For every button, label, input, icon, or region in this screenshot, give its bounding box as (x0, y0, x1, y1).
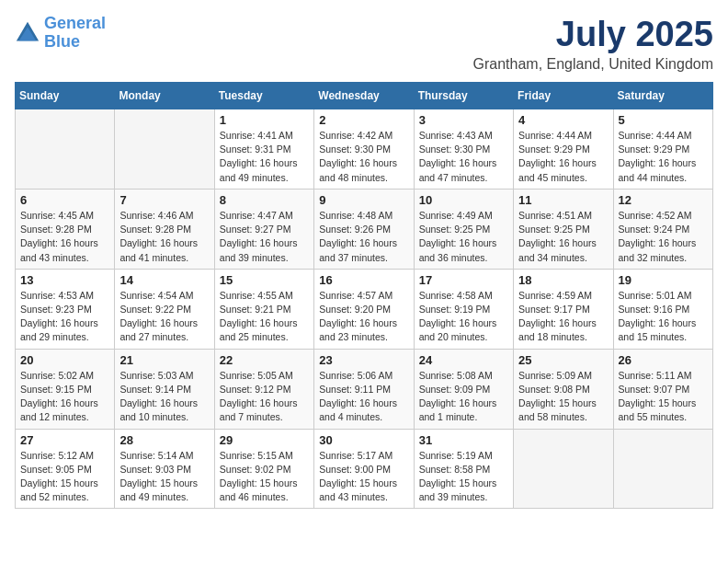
day-number: 12 (619, 193, 708, 207)
calendar-cell: 6Sunrise: 4:45 AMSunset: 9:28 PMDaylight… (16, 189, 115, 269)
calendar-cell: 16Sunrise: 4:57 AMSunset: 9:20 PMDayligh… (314, 269, 414, 349)
day-detail: Sunrise: 5:15 AMSunset: 9:02 PMDaylight:… (220, 449, 309, 505)
logo-blue: Blue (44, 32, 80, 51)
day-number: 18 (518, 273, 608, 287)
calendar-cell (115, 109, 214, 190)
day-detail: Sunrise: 5:11 AMSunset: 9:07 PMDaylight:… (619, 369, 708, 425)
day-number: 28 (119, 433, 209, 447)
calendar-cell: 14Sunrise: 4:54 AMSunset: 9:22 PMDayligh… (115, 269, 214, 349)
day-number: 8 (220, 193, 309, 207)
calendar-cell: 20Sunrise: 5:02 AMSunset: 9:15 PMDayligh… (16, 349, 115, 429)
day-number: 19 (619, 273, 708, 287)
day-number: 3 (419, 113, 508, 127)
day-detail: Sunrise: 4:43 AMSunset: 9:30 PMDaylight:… (419, 129, 508, 185)
day-number: 30 (319, 433, 408, 447)
calendar-week-row: 1Sunrise: 4:41 AMSunset: 9:31 PMDaylight… (16, 109, 713, 190)
day-detail: Sunrise: 4:53 AMSunset: 9:23 PMDaylight:… (20, 289, 109, 345)
day-detail: Sunrise: 4:42 AMSunset: 9:30 PMDaylight:… (319, 129, 408, 185)
day-detail: Sunrise: 4:58 AMSunset: 9:19 PMDaylight:… (419, 289, 508, 345)
calendar-cell: 5Sunrise: 4:44 AMSunset: 9:29 PMDaylight… (613, 109, 712, 190)
calendar-cell: 9Sunrise: 4:48 AMSunset: 9:26 PMDaylight… (314, 189, 414, 269)
calendar-cell (16, 109, 115, 190)
day-number: 1 (220, 113, 309, 127)
calendar-cell (613, 429, 712, 509)
day-number: 2 (319, 113, 408, 127)
day-detail: Sunrise: 5:05 AMSunset: 9:12 PMDaylight:… (220, 369, 309, 425)
day-detail: Sunrise: 4:54 AMSunset: 9:22 PMDaylight:… (119, 289, 209, 345)
day-detail: Sunrise: 5:12 AMSunset: 9:05 PMDaylight:… (20, 449, 109, 505)
calendar-cell: 8Sunrise: 4:47 AMSunset: 9:27 PMDaylight… (214, 189, 313, 269)
calendar-cell: 30Sunrise: 5:17 AMSunset: 9:00 PMDayligh… (314, 429, 414, 509)
day-number: 24 (419, 353, 508, 367)
calendar-cell: 15Sunrise: 4:55 AMSunset: 9:21 PMDayligh… (214, 269, 313, 349)
calendar-week-row: 13Sunrise: 4:53 AMSunset: 9:23 PMDayligh… (16, 269, 713, 349)
calendar-cell: 24Sunrise: 5:08 AMSunset: 9:09 PMDayligh… (414, 349, 513, 429)
day-number: 23 (319, 353, 408, 367)
calendar-week-row: 27Sunrise: 5:12 AMSunset: 9:05 PMDayligh… (16, 429, 713, 509)
day-number: 13 (20, 273, 109, 287)
weekday-header: Friday (514, 83, 613, 109)
day-detail: Sunrise: 4:41 AMSunset: 9:31 PMDaylight:… (220, 129, 309, 185)
day-detail: Sunrise: 5:01 AMSunset: 9:16 PMDaylight:… (619, 289, 708, 345)
day-detail: Sunrise: 5:03 AMSunset: 9:14 PMDaylight:… (119, 369, 209, 425)
calendar-cell: 1Sunrise: 4:41 AMSunset: 9:31 PMDaylight… (214, 109, 313, 190)
logo-general: General (44, 14, 106, 32)
day-number: 4 (518, 113, 608, 127)
day-number: 20 (20, 353, 109, 367)
calendar-cell: 3Sunrise: 4:43 AMSunset: 9:30 PMDaylight… (414, 109, 513, 190)
day-detail: Sunrise: 5:19 AMSunset: 8:58 PMDaylight:… (419, 449, 508, 505)
day-number: 31 (419, 433, 508, 447)
day-detail: Sunrise: 4:52 AMSunset: 9:24 PMDaylight:… (619, 209, 708, 265)
day-detail: Sunrise: 5:02 AMSunset: 9:15 PMDaylight:… (20, 369, 109, 425)
weekday-header: Tuesday (214, 83, 313, 109)
calendar-cell: 11Sunrise: 4:51 AMSunset: 9:25 PMDayligh… (514, 189, 613, 269)
location-title: Grantham, England, United Kingdom (473, 56, 713, 73)
day-number: 16 (319, 273, 408, 287)
calendar-cell: 2Sunrise: 4:42 AMSunset: 9:30 PMDaylight… (314, 109, 414, 190)
day-detail: Sunrise: 5:09 AMSunset: 9:08 PMDaylight:… (518, 369, 608, 425)
calendar-week-row: 6Sunrise: 4:45 AMSunset: 9:28 PMDaylight… (16, 189, 713, 269)
day-detail: Sunrise: 4:45 AMSunset: 9:28 PMDaylight:… (20, 209, 109, 265)
day-detail: Sunrise: 5:17 AMSunset: 9:00 PMDaylight:… (319, 449, 408, 505)
day-number: 6 (20, 193, 109, 207)
day-number: 15 (220, 273, 309, 287)
day-detail: Sunrise: 4:51 AMSunset: 9:25 PMDaylight:… (518, 209, 608, 265)
weekday-header: Monday (115, 83, 214, 109)
calendar-cell: 19Sunrise: 5:01 AMSunset: 9:16 PMDayligh… (613, 269, 712, 349)
day-number: 27 (20, 433, 109, 447)
title-block: July 2025 Grantham, England, United King… (473, 15, 713, 73)
page-header: General Blue July 2025 Grantham, England… (15, 15, 713, 73)
calendar-cell: 27Sunrise: 5:12 AMSunset: 9:05 PMDayligh… (16, 429, 115, 509)
day-number: 29 (220, 433, 309, 447)
day-detail: Sunrise: 4:44 AMSunset: 9:29 PMDaylight:… (619, 129, 708, 185)
day-detail: Sunrise: 4:46 AMSunset: 9:28 PMDaylight:… (119, 209, 209, 265)
calendar-cell: 31Sunrise: 5:19 AMSunset: 8:58 PMDayligh… (414, 429, 513, 509)
day-number: 7 (119, 193, 209, 207)
calendar-cell: 25Sunrise: 5:09 AMSunset: 9:08 PMDayligh… (514, 349, 613, 429)
month-title: July 2025 (473, 15, 713, 54)
calendar-cell: 29Sunrise: 5:15 AMSunset: 9:02 PMDayligh… (214, 429, 313, 509)
day-detail: Sunrise: 4:59 AMSunset: 9:17 PMDaylight:… (518, 289, 608, 345)
day-number: 17 (419, 273, 508, 287)
calendar-cell: 28Sunrise: 5:14 AMSunset: 9:03 PMDayligh… (115, 429, 214, 509)
weekday-header: Wednesday (314, 83, 414, 109)
calendar-cell: 17Sunrise: 4:58 AMSunset: 9:19 PMDayligh… (414, 269, 513, 349)
day-number: 11 (518, 193, 608, 207)
day-detail: Sunrise: 4:44 AMSunset: 9:29 PMDaylight:… (518, 129, 608, 185)
day-detail: Sunrise: 4:48 AMSunset: 9:26 PMDaylight:… (319, 209, 408, 265)
day-number: 25 (518, 353, 608, 367)
logo-text: General Blue (44, 15, 106, 52)
weekday-header: Thursday (414, 83, 513, 109)
day-number: 26 (619, 353, 708, 367)
calendar-cell: 26Sunrise: 5:11 AMSunset: 9:07 PMDayligh… (613, 349, 712, 429)
day-detail: Sunrise: 4:47 AMSunset: 9:27 PMDaylight:… (220, 209, 309, 265)
calendar-cell: 22Sunrise: 5:05 AMSunset: 9:12 PMDayligh… (214, 349, 313, 429)
day-number: 21 (119, 353, 209, 367)
calendar-header-row: SundayMondayTuesdayWednesdayThursdayFrid… (16, 83, 713, 109)
day-detail: Sunrise: 5:06 AMSunset: 9:11 PMDaylight:… (319, 369, 408, 425)
day-number: 22 (220, 353, 309, 367)
calendar-cell: 12Sunrise: 4:52 AMSunset: 9:24 PMDayligh… (613, 189, 712, 269)
calendar-cell (514, 429, 613, 509)
calendar-week-row: 20Sunrise: 5:02 AMSunset: 9:15 PMDayligh… (16, 349, 713, 429)
day-detail: Sunrise: 5:14 AMSunset: 9:03 PMDaylight:… (119, 449, 209, 505)
